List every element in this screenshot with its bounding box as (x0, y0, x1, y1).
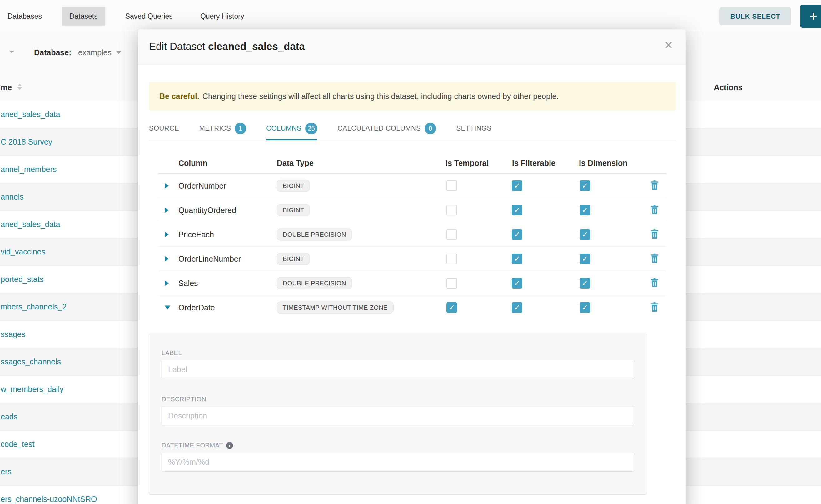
dataset-link[interactable]: ers_channels-uzooNNtSRO (0, 495, 97, 504)
column-name: OrderNumber (178, 181, 226, 190)
data-type-pill: BIGINT (277, 253, 310, 265)
dataset-link[interactable]: annel_members (0, 165, 57, 174)
data-type-pill: DOUBLE PRECISION (277, 277, 352, 289)
columns-table: Column Data Type Is Temporal Is Filterab… (158, 154, 666, 320)
dataset-link[interactable]: eads (0, 412, 17, 421)
delete-column-icon[interactable] (650, 229, 659, 240)
dataset-link[interactable]: ssages (0, 330, 25, 339)
is-dimension-checkbox[interactable] (580, 229, 590, 240)
is-filterable-checkbox[interactable] (512, 229, 522, 240)
modal-title-dataset-name: cleaned_sales_data (208, 41, 305, 52)
dataset-link[interactable]: aned_sales_data (0, 110, 60, 119)
is-filterable-checkbox[interactable] (512, 302, 522, 313)
expand-caret-icon[interactable] (165, 183, 169, 189)
warning-text: Changing these settings will affect all … (202, 92, 559, 101)
delete-column-icon[interactable] (650, 302, 659, 313)
label-input[interactable] (161, 360, 635, 379)
nav-tab-databases[interactable]: Databases (0, 7, 49, 26)
expand-caret-icon[interactable] (165, 280, 169, 286)
is-filterable-checkbox[interactable] (512, 278, 522, 289)
column-name: OrderDate (178, 303, 215, 312)
chevron-down-icon[interactable] (9, 51, 14, 53)
modal-tab-metrics[interactable]: METRICS 1 (199, 117, 246, 140)
is-dimension-checkbox[interactable] (580, 254, 590, 264)
tab-label: SETTINGS (456, 124, 492, 132)
sort-icons[interactable] (17, 84, 22, 90)
nav-tab-datasets[interactable]: Datasets (62, 7, 105, 26)
name-column-header[interactable]: me (1, 83, 12, 92)
dataset-link[interactable]: aned_sales_data (0, 220, 60, 229)
header-column: Column (178, 159, 207, 168)
column-detail-panel: LABEL DESCRIPTION DATETIME FORMAT i (149, 334, 647, 495)
tab-label: METRICS (199, 124, 231, 132)
column-row: OrderNumber BIGINT (158, 174, 666, 198)
database-filter-value[interactable]: examples (78, 48, 111, 57)
column-row: PriceEach DOUBLE PRECISION (158, 222, 666, 247)
is-filterable-checkbox[interactable] (512, 254, 522, 264)
column-row: QuantityOrdered BIGINT (158, 198, 666, 222)
modal-title: Edit Dataset cleaned_sales_data (149, 41, 305, 52)
column-name: QuantityOrdered (178, 205, 236, 215)
dataset-link[interactable]: w_members_daily (0, 385, 63, 394)
is-dimension-checkbox[interactable] (580, 180, 590, 191)
dataset-link[interactable]: ssages_channels (0, 357, 61, 366)
is-temporal-checkbox[interactable] (447, 254, 457, 264)
modal-header: Edit Dataset cleaned_sales_data × (138, 29, 686, 65)
columns-table-body: OrderNumber BIGINT QuantityOrdered BIGIN… (158, 174, 666, 320)
modal-tab-calculated-columns[interactable]: CALCULATED COLUMNS 0 (337, 117, 436, 140)
dataset-link[interactable]: mbers_channels_2 (0, 302, 67, 311)
dataset-link[interactable]: vid_vaccines (0, 247, 45, 256)
expand-caret-icon[interactable] (165, 232, 169, 237)
close-icon[interactable]: × (665, 38, 673, 52)
is-temporal-checkbox[interactable] (447, 180, 457, 191)
dataset-link[interactable]: ers (0, 467, 12, 476)
edit-dataset-modal: Edit Dataset cleaned_sales_data × Be car… (138, 29, 686, 504)
tab-count-badge: 1 (235, 123, 246, 134)
delete-column-icon[interactable] (650, 278, 659, 289)
expand-caret-icon[interactable] (165, 207, 169, 213)
column-name: PriceEach (178, 230, 214, 239)
datasets-page: DatabasesDatasetsSaved QueriesQuery Hist… (0, 0, 821, 504)
tab-label: CALCULATED COLUMNS (337, 124, 421, 132)
modal-tab-source[interactable]: SOURCE (149, 117, 179, 140)
database-filter-label: Database: (34, 48, 72, 57)
is-dimension-checkbox[interactable] (580, 278, 590, 289)
add-dataset-button[interactable]: + (800, 5, 821, 28)
is-temporal-checkbox[interactable] (447, 205, 457, 215)
delete-column-icon[interactable] (650, 205, 659, 215)
warning-banner: Be careful. Changing these settings will… (149, 82, 676, 111)
top-nav: DatabasesDatasetsSaved QueriesQuery Hist… (0, 0, 821, 32)
expand-caret-icon[interactable] (165, 306, 170, 310)
tab-label: SOURCE (149, 124, 179, 132)
is-dimension-checkbox[interactable] (580, 302, 590, 313)
dataset-link[interactable]: code_test (0, 440, 34, 449)
modal-tab-settings[interactable]: SETTINGS (456, 117, 492, 140)
is-temporal-checkbox[interactable] (447, 302, 457, 313)
tab-count-badge: 0 (425, 123, 436, 134)
column-name: Sales (178, 279, 198, 288)
tab-count-badge: 25 (305, 123, 317, 134)
dataset-link[interactable]: annels (0, 192, 24, 201)
dataset-link[interactable]: ported_stats (0, 275, 44, 284)
info-icon[interactable]: i (226, 442, 233, 449)
is-dimension-checkbox[interactable] (580, 205, 590, 215)
nav-tabs: DatabasesDatasetsSaved QueriesQuery Hist… (0, 0, 251, 32)
delete-column-icon[interactable] (650, 254, 659, 264)
chevron-down-icon[interactable] (116, 51, 121, 54)
nav-tab-saved-queries[interactable]: Saved Queries (118, 7, 180, 26)
is-temporal-checkbox[interactable] (447, 278, 457, 289)
datetime-format-field-label: DATETIME FORMAT i (161, 442, 635, 449)
dataset-link[interactable]: C 2018 Survey (0, 137, 52, 146)
is-filterable-checkbox[interactable] (512, 180, 522, 191)
is-temporal-checkbox[interactable] (447, 229, 457, 240)
datetime-format-input[interactable] (161, 452, 635, 472)
header-is-dimension: Is Dimension (579, 159, 628, 168)
nav-tab-query-history[interactable]: Query History (193, 7, 252, 26)
delete-column-icon[interactable] (650, 180, 659, 191)
expand-caret-icon[interactable] (165, 256, 169, 262)
is-filterable-checkbox[interactable] (512, 205, 522, 215)
modal-tab-columns[interactable]: COLUMNS 25 (266, 117, 317, 140)
description-input[interactable] (161, 406, 635, 425)
columns-table-header: Column Data Type Is Temporal Is Filterab… (158, 154, 666, 174)
bulk-select-button[interactable]: BULK SELECT (720, 7, 791, 25)
